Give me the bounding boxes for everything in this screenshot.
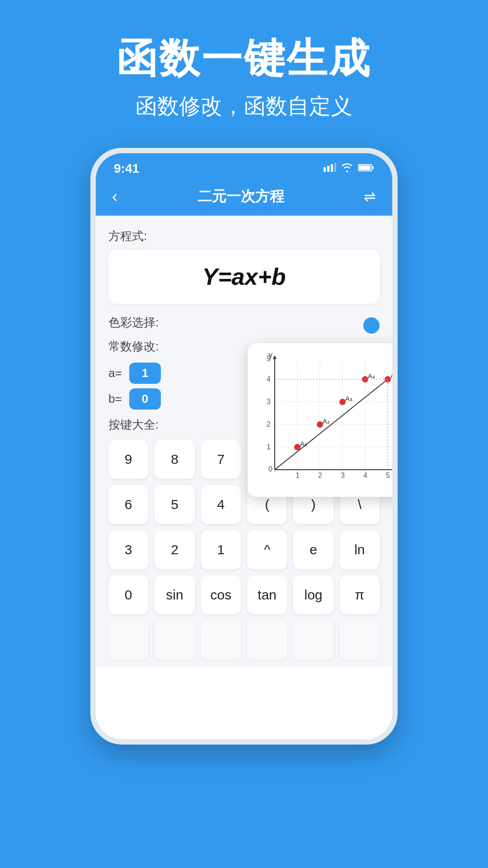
svg-marker-21 [273,355,277,359]
key-extra-3[interactable] [201,621,241,660]
svg-point-38 [317,421,323,428]
key-8[interactable]: 8 [155,440,194,479]
key-sin[interactable]: sin [155,576,194,614]
sub-title: 函数修改，函数自定义 [0,92,488,121]
svg-text:4: 4 [267,375,271,383]
key-extra-5[interactable] [293,621,333,660]
key-extra-2[interactable] [155,621,194,660]
key-7[interactable]: 7 [201,440,241,479]
status-icons [324,162,374,175]
svg-text:1: 1 [267,443,271,451]
svg-text:0: 0 [268,465,272,473]
a-value[interactable]: 1 [129,363,161,384]
key-tan[interactable]: tan [247,576,287,614]
key-0[interactable]: 0 [108,576,148,614]
key-log[interactable]: log [293,576,333,614]
key-pi[interactable]: π [340,576,380,614]
key-caret[interactable]: ^ [247,530,287,569]
color-row: 色彩选择: [108,315,380,336]
key-4[interactable]: 4 [201,485,241,524]
formula-box: Y=ax+b [108,250,380,304]
svg-rect-5 [372,166,374,169]
a-label: a= [108,366,122,380]
wifi-icon [341,162,353,175]
svg-text:1: 1 [296,472,300,479]
status-time: 9:41 [114,161,139,176]
svg-text:A₅: A₅ [390,372,398,380]
svg-text:A₃: A₃ [345,395,352,402]
color-picker[interactable] [363,317,380,334]
signal-icon [324,163,336,175]
formula-display: Y=ax+b [202,264,286,290]
svg-point-36 [294,444,300,450]
color-label: 色彩选择: [108,315,159,330]
svg-rect-3 [334,163,336,172]
svg-text:A₁: A₁ [300,440,307,448]
phone-mockup: 9:41 ‹ 二元一次方程 ⇌ 方程式: [90,148,398,745]
key-2[interactable]: 2 [155,530,194,569]
status-bar: 9:41 [96,153,392,180]
svg-text:5: 5 [386,472,390,479]
svg-text:4: 4 [363,472,367,479]
svg-rect-0 [324,167,326,172]
nav-title: 二元一次方程 [197,187,284,207]
key-6[interactable]: 6 [108,485,148,524]
svg-point-40 [339,399,346,405]
svg-rect-1 [327,166,329,172]
b-value[interactable]: 0 [129,388,161,410]
main-title: 函数一键生成 [0,36,488,81]
phone-wrapper: 9:41 ‹ 二元一次方程 ⇌ 方程式: [0,148,488,745]
key-e[interactable]: e [293,530,333,569]
constant-label: 常数修改: [108,339,159,354]
svg-text:A₄: A₄ [368,372,375,380]
b-label: b= [108,392,122,406]
key-ln[interactable]: ln [340,530,380,569]
back-button[interactable]: ‹ [112,187,117,206]
svg-text:A₂: A₂ [323,417,330,425]
battery-icon [358,164,374,174]
key-5[interactable]: 5 [155,485,194,524]
key-3[interactable]: 3 [108,530,148,569]
svg-text:3: 3 [341,472,345,479]
svg-rect-6 [359,165,371,170]
svg-text:3: 3 [267,398,271,406]
graph-svg: x y 0 1 2 3 4 5 1 2 3 4 5 A₁ [257,352,398,488]
key-cos[interactable]: cos [201,576,241,614]
svg-text:2: 2 [318,472,322,479]
key-extra-1[interactable] [108,621,148,660]
svg-rect-2 [331,164,333,172]
svg-text:2: 2 [267,420,271,428]
nav-bar: ‹ 二元一次方程 ⇌ [96,180,392,216]
svg-text:5: 5 [267,355,271,363]
key-9[interactable]: 9 [108,440,148,479]
header-area: 函数一键生成 函数修改，函数自定义 [0,0,488,148]
nav-action-button[interactable]: ⇌ [364,188,376,205]
key-extra-6[interactable] [340,621,380,660]
formula-label: 方程式: [108,228,380,244]
key-extra-4[interactable] [247,621,287,660]
key-1[interactable]: 1 [201,530,241,569]
graph-overlay: x y 0 1 2 3 4 5 1 2 3 4 5 A₁ [248,343,398,497]
